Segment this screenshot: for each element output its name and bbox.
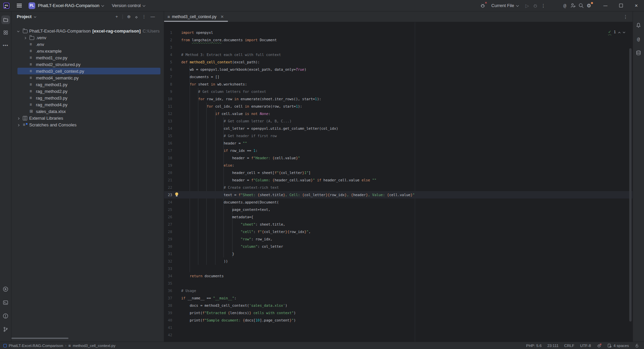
problems-tool-icon[interactable] bbox=[1, 311, 10, 320]
line-number[interactable]: 40 bbox=[164, 316, 172, 324]
code-line[interactable]: 17 if row_idx == 1: bbox=[164, 147, 633, 154]
line-number[interactable]: 15 bbox=[164, 132, 172, 139]
version-control-tool-icon[interactable] bbox=[1, 325, 10, 334]
code-with-me-icon[interactable] bbox=[569, 2, 577, 10]
line-number[interactable]: 30 bbox=[164, 243, 172, 250]
ai-assistant-icon[interactable]: @ bbox=[561, 2, 569, 10]
more-actions-icon[interactable]: ⋮ bbox=[539, 2, 547, 10]
breadcrumb-file[interactable]: method3_cell_context.py bbox=[73, 344, 115, 348]
line-number[interactable]: 39 bbox=[164, 309, 172, 316]
code-line[interactable]: 4# Method 3: Extract each cell with full… bbox=[164, 51, 633, 58]
code-line[interactable]: 33 bbox=[164, 265, 633, 272]
code-line[interactable]: 22 # Create context-rich text bbox=[164, 184, 633, 191]
tree-item[interactable]: ≡rag_method2.py bbox=[11, 88, 164, 95]
code-line[interactable]: 29 "row": row_idx, bbox=[164, 235, 633, 243]
encoding-widget[interactable]: UTF-8 bbox=[580, 344, 591, 348]
code-line[interactable]: 36# Usage bbox=[164, 287, 633, 294]
code-line[interactable]: 37if __name__ == "__main__": bbox=[164, 294, 633, 302]
tree-item[interactable]: ≡rag_method4.py bbox=[11, 101, 164, 108]
code-line[interactable]: 16 header = "" bbox=[164, 139, 633, 147]
status-bug-icon[interactable]: ✕ bbox=[597, 343, 601, 348]
line-number[interactable]: 4 bbox=[164, 51, 172, 58]
settings-gear-icon[interactable]: ⚙ bbox=[585, 2, 593, 10]
code-line[interactable]: 35 bbox=[164, 280, 633, 287]
terminal-tool-icon[interactable] bbox=[1, 298, 10, 307]
notifications-bell-icon[interactable] bbox=[634, 21, 643, 30]
run-config-selector[interactable]: Current File bbox=[491, 3, 514, 8]
tree-item[interactable]: ⊞sales_data.xlsx bbox=[11, 108, 164, 115]
code-line[interactable]: 5def method3_cell_context(excel_path): bbox=[164, 58, 633, 66]
code-line[interactable]: 26 metadata={ bbox=[164, 213, 633, 221]
code-line[interactable]: 6 wb = openpyxl.load_workbook(excel_path… bbox=[164, 66, 633, 73]
tree-item[interactable]: .venv bbox=[11, 34, 164, 41]
main-menu-icon[interactable] bbox=[17, 4, 22, 7]
project-panel-title[interactable]: Project bbox=[17, 14, 32, 19]
line-number[interactable]: 29 bbox=[164, 235, 172, 243]
tree-item[interactable]: ≡method3_cell_context.py bbox=[11, 68, 164, 74]
line-number[interactable]: 32 bbox=[164, 257, 172, 265]
line-number[interactable]: 26 bbox=[164, 213, 172, 221]
code-line[interactable]: 1import openpyxl bbox=[164, 29, 633, 36]
line-number[interactable]: 27 bbox=[164, 221, 172, 228]
code-line[interactable]: 42 bbox=[164, 331, 633, 339]
code-line[interactable]: 14 col_letter = openpyxl.utils.get_colum… bbox=[164, 125, 633, 132]
line-separator-widget[interactable]: CRLF bbox=[564, 344, 574, 348]
line-number[interactable]: 11 bbox=[164, 103, 172, 110]
tree-item[interactable]: ≡.env bbox=[11, 41, 164, 48]
tree-item[interactable]: ≡method1_csv.py bbox=[11, 54, 164, 61]
close-button[interactable]: ✕ bbox=[629, 0, 644, 11]
code-line[interactable]: 8 for sheet in wb.worksheets: bbox=[164, 80, 633, 88]
tree-chevron-right-icon[interactable] bbox=[24, 37, 26, 39]
code-line[interactable]: 9 # Get column letters for context bbox=[164, 88, 633, 95]
code-line[interactable]: 10 for row_idx, row in enumerate(sheet.i… bbox=[164, 95, 633, 103]
project-horizontal-scrollbar[interactable] bbox=[11, 338, 68, 339]
tree-chevron-down-icon[interactable] bbox=[17, 30, 19, 32]
search-everywhere-icon[interactable] bbox=[577, 2, 585, 10]
tab-bar-more-icon[interactable]: ⋮ bbox=[623, 14, 628, 19]
run-tool-icon[interactable] bbox=[1, 285, 10, 293]
tree-chevron-right-icon[interactable] bbox=[17, 124, 19, 126]
code-line[interactable]: 40 print(f"Sample document: {docs[10].pa… bbox=[164, 316, 633, 324]
line-number[interactable]: 16 bbox=[164, 139, 172, 147]
code-line[interactable]: 30 "column": col_letter bbox=[164, 243, 633, 250]
prev-problem-icon[interactable] bbox=[618, 31, 621, 33]
line-number[interactable]: 2 bbox=[164, 36, 172, 44]
line-number[interactable]: 37 bbox=[164, 294, 172, 302]
locate-file-icon[interactable]: ⊕ bbox=[127, 14, 131, 19]
code-line[interactable]: 24 documents.append(Document( bbox=[164, 198, 633, 206]
intention-bulb-icon[interactable] bbox=[175, 192, 178, 195]
restore-button[interactable] bbox=[613, 0, 629, 11]
line-number[interactable]: 17 bbox=[164, 147, 172, 154]
indent-widget[interactable]: 4 spaces bbox=[607, 343, 629, 348]
code-line[interactable]: 13 # Get column letter (A, B, C...) bbox=[164, 117, 633, 125]
inspections-widget[interactable]: ✓ 1 bbox=[608, 30, 625, 34]
line-number[interactable]: 21 bbox=[164, 176, 172, 184]
code-line[interactable]: 18 header = f"Header: {cell.value}" bbox=[164, 154, 633, 162]
code-line[interactable]: 27 "sheet": sheet.title, bbox=[164, 221, 633, 228]
panel-more-icon[interactable]: ⋮ bbox=[142, 14, 146, 19]
code-line[interactable]: 21 header = f"Column: {header_cell.value… bbox=[164, 176, 633, 184]
code-line[interactable]: 34 return documents bbox=[164, 272, 633, 280]
line-number[interactable]: 35 bbox=[164, 280, 172, 287]
minimize-button[interactable]: — bbox=[598, 0, 613, 11]
project-tool-icon[interactable] bbox=[1, 15, 10, 24]
code-line[interactable]: 31 } bbox=[164, 250, 633, 257]
code-line[interactable]: 3 bbox=[164, 44, 633, 51]
editor-tab[interactable]: ≡ method3_cell_context.py ✕ bbox=[164, 11, 228, 22]
code-line[interactable]: 23 text = f"Sheet: {sheet.title}, Cell: … bbox=[164, 191, 633, 198]
tree-item[interactable]: ≡.env.example bbox=[11, 48, 164, 54]
debug-button[interactable] bbox=[531, 2, 539, 10]
line-number[interactable]: 20 bbox=[164, 169, 172, 176]
tree-item[interactable]: External Libraries bbox=[11, 115, 164, 121]
php-version-widget[interactable]: PHP: 5.6 bbox=[526, 344, 542, 348]
hide-panel-icon[interactable]: — bbox=[151, 14, 155, 19]
database-tool-icon[interactable] bbox=[634, 48, 643, 57]
more-tools-icon[interactable]: ••• bbox=[1, 41, 10, 50]
code-line[interactable]: 2from langchain_core.documents import Do… bbox=[164, 36, 633, 44]
code-editor[interactable]: 1import openpyxl2from langchain_core.doc… bbox=[164, 22, 633, 342]
rerun-bug-icon[interactable]: ✕ bbox=[479, 2, 487, 10]
run-button[interactable]: ▷ bbox=[523, 2, 531, 10]
line-number[interactable]: 1 bbox=[164, 29, 172, 36]
code-line[interactable]: 7 documents = [] bbox=[164, 73, 633, 80]
line-number[interactable]: 41 bbox=[164, 324, 172, 331]
